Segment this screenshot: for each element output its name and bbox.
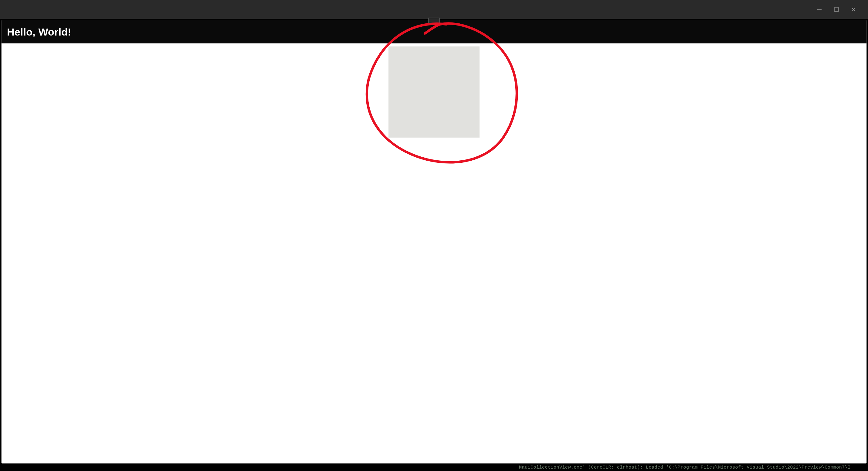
app-window: Hello, World! [1,20,867,464]
viewport: × Hello, World! MauiCollectionView.exe' … [0,0,868,471]
placeholder-image [389,47,479,138]
maximize-button[interactable] [828,3,845,16]
minimize-button[interactable] [811,3,828,16]
app-title: Hello, World! [7,26,71,38]
os-titlebar[interactable]: × [0,0,868,19]
xaml-live-toolbar[interactable] [428,18,440,25]
output-statusbar: MauiCollectionView.exe' (CoreCLR: clrhos… [0,464,868,471]
close-button[interactable]: × [845,3,862,16]
output-text: MauiCollectionView.exe' (CoreCLR: clrhos… [519,465,851,470]
